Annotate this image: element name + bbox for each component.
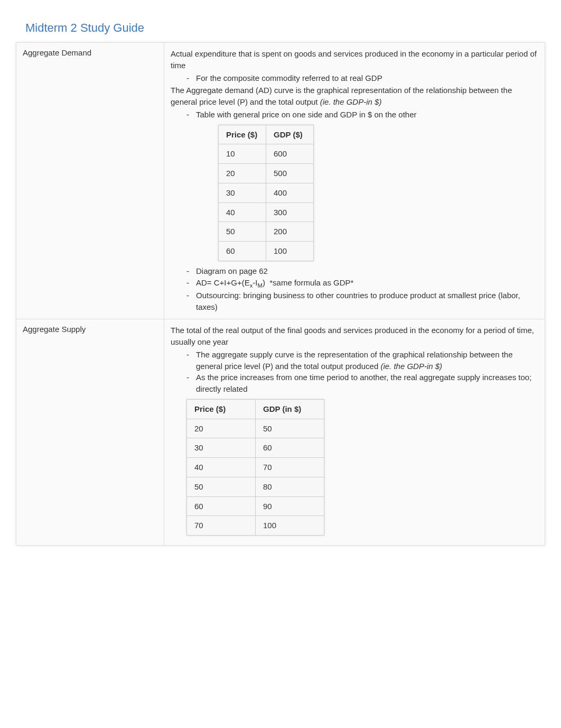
table-row: 6090 (187, 496, 324, 516)
table-row: 2050 (187, 419, 324, 438)
list-item: For the composite commodity referred to … (186, 72, 538, 84)
table-row: 40300 (219, 202, 314, 222)
table-row: 20500 (219, 164, 314, 183)
term-cell: Aggregate Demand (16, 43, 164, 319)
study-guide-table: Aggregate Demand Actual expenditure that… (16, 42, 545, 546)
bullet-list: Table with general price on one side and… (171, 109, 538, 121)
bullet-list: Diagram on page 62 AD= C+I+G+(Ex-IM) *sa… (171, 265, 538, 313)
definition-text: Actual expenditure that is spent on good… (171, 48, 538, 71)
term-cell: Aggregate Supply (16, 319, 164, 546)
list-item: Outsourcing: bringing business to other … (186, 290, 538, 313)
list-item: As the price increases from one time per… (186, 372, 538, 395)
page-title: Midterm 2 Study Guide (16, 21, 545, 42)
column-header: GDP ($) (266, 125, 314, 144)
definition-text: The Aggregate demand (AD) curve is the g… (171, 85, 538, 108)
table-row: 5080 (187, 477, 324, 496)
table-row: 3060 (187, 438, 324, 458)
definition-cell: The total of the real output of the fina… (164, 319, 545, 546)
table-row: 60100 (219, 242, 314, 261)
bullet-list: The aggregate supply curve is the repres… (171, 349, 538, 395)
definition-cell: Actual expenditure that is spent on good… (164, 43, 545, 319)
bullet-list: For the composite commodity referred to … (171, 72, 538, 84)
table-row: 70100 (187, 516, 324, 536)
table-row: 30400 (219, 183, 314, 202)
table-row: Aggregate Supply The total of the real o… (16, 319, 545, 546)
table-row: 10600 (219, 144, 314, 164)
list-item: Table with general price on one side and… (186, 109, 538, 121)
column-header: GDP (in $) (256, 399, 324, 419)
table-row: Aggregate Demand Actual expenditure that… (16, 43, 545, 319)
table-row: 50200 (219, 222, 314, 242)
definition-text: The total of the real output of the fina… (171, 325, 538, 348)
list-item: AD= C+I+G+(Ex-IM) *same formula as GDP* (186, 277, 538, 290)
list-item: The aggregate supply curve is the repres… (186, 349, 538, 372)
list-item: Diagram on page 62 (186, 265, 538, 277)
table-row: 4070 (187, 458, 324, 477)
column-header: Price ($) (219, 125, 266, 144)
price-gdp-table: Price ($) GDP (in $) 2050 3060 4070 5080… (186, 399, 324, 536)
price-gdp-table: Price ($) GDP ($) 10600 20500 30400 4030… (218, 125, 314, 261)
column-header: Price ($) (187, 399, 256, 419)
